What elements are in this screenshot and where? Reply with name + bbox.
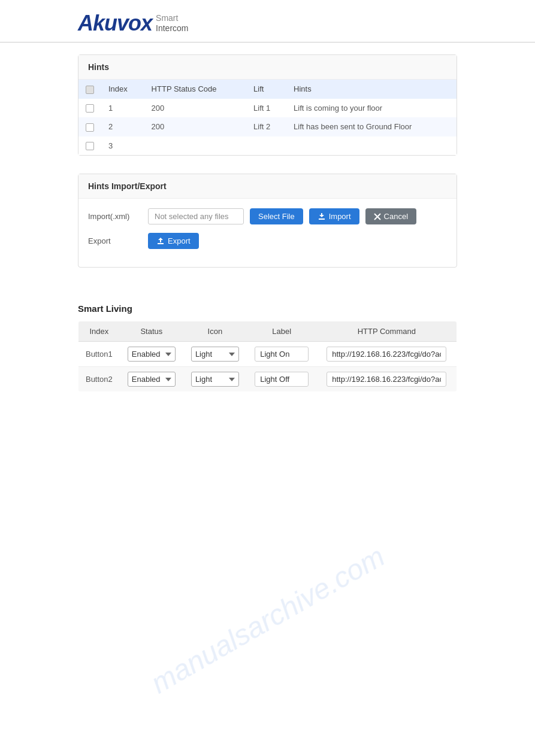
import-export-body: Import(.xml) Not selected any files Sele…: [78, 199, 457, 267]
export-icon: [156, 237, 165, 245]
sl-row-status[interactable]: EnabledDisabled: [120, 342, 183, 367]
smart-living-header-row: Index Status Icon Label HTTP Command: [78, 321, 457, 342]
header-http-status: HTTP Status Code: [144, 80, 246, 99]
header-checkbox-col: [78, 80, 101, 99]
hints-row-index: 1: [101, 99, 144, 118]
hints-table-row: 2 200 Lift 2 Lift has been sent to Groun…: [78, 117, 457, 136]
import-button[interactable]: Import: [309, 208, 359, 224]
cancel-btn-label: Cancel: [384, 212, 408, 221]
sl-status-select[interactable]: EnabledDisabled: [128, 372, 176, 387]
hints-row-hints: [286, 136, 457, 156]
sl-row-icon[interactable]: LightFanACDoor: [183, 367, 247, 392]
sl-row-label[interactable]: [247, 342, 317, 367]
import-export-title: Hints Import/Export: [78, 174, 457, 199]
hints-table-header-row: Index HTTP Status Code Lift Hints: [78, 80, 457, 99]
import-label: Import(.xml): [88, 212, 142, 221]
hints-row-status: 200: [144, 99, 246, 118]
sl-row-http[interactable]: [317, 367, 457, 392]
import-export-section: Hints Import/Export Import(.xml) Not sel…: [78, 174, 457, 268]
sl-header-icon: Icon: [183, 321, 247, 342]
smart-living-title: Smart Living: [78, 303, 457, 314]
sl-label-input[interactable]: [255, 372, 309, 387]
sl-icon-select[interactable]: LightFanACDoor: [191, 347, 239, 362]
sl-header-label: Label: [247, 321, 317, 342]
hints-row-lift: Lift 2: [246, 117, 286, 136]
sl-header-index: Index: [78, 321, 120, 342]
export-btn-label: Export: [168, 236, 191, 245]
hints-row-checkbox[interactable]: [78, 136, 101, 156]
hints-row-lift: Lift 1: [246, 99, 286, 118]
export-label: Export: [88, 236, 142, 245]
import-icon: [318, 212, 326, 221]
header-lift: Lift: [246, 80, 286, 99]
smart-living-section: Smart Living Index Status Icon Label HTT…: [78, 303, 457, 392]
hints-section: Hints Index HTTP Status Code Lift Hints …: [78, 54, 457, 156]
import-row: Import(.xml) Not selected any files Sele…: [88, 208, 447, 224]
sl-row-label[interactable]: [247, 367, 317, 392]
hints-row-hints: Lift has been sent to Ground Floor: [286, 117, 457, 136]
sl-row-http[interactable]: [317, 342, 457, 367]
cancel-icon: [374, 213, 381, 220]
header-checkbox[interactable]: [86, 86, 94, 94]
hints-section-title: Hints: [78, 55, 457, 80]
sl-row-icon[interactable]: LightFanACDoor: [183, 342, 247, 367]
import-btn-label: Import: [329, 212, 351, 221]
hints-table-row: 1 200 Lift 1 Lift is coming to your floo…: [78, 99, 457, 118]
hints-row-lift: [246, 136, 286, 156]
hints-row-status: 200: [144, 117, 246, 136]
header: Akuvox Smart Intercom: [0, 0, 535, 42]
export-row: Export Export: [88, 233, 447, 249]
hints-row-checkbox[interactable]: [78, 117, 101, 136]
smart-living-row: Button2 EnabledDisabled LightFanACDoor: [78, 367, 457, 392]
select-file-button[interactable]: Select File: [250, 208, 303, 224]
sl-label-input[interactable]: [255, 347, 309, 362]
sl-status-select[interactable]: EnabledDisabled: [128, 347, 176, 362]
logo-container: Akuvox Smart Intercom: [78, 11, 457, 36]
hints-row-status: [144, 136, 246, 156]
cancel-button[interactable]: Cancel: [365, 208, 416, 224]
sl-icon-select[interactable]: LightFanACDoor: [191, 372, 239, 387]
logo-smart-intercom: Smart Intercom: [156, 13, 188, 34]
file-placeholder: Not selected any files: [148, 208, 244, 224]
watermark: manualsarchive.com: [145, 540, 390, 700]
smart-living-row: Button1 EnabledDisabled LightFanACDoor: [78, 342, 457, 367]
sl-row-index: Button1: [78, 342, 120, 367]
logo-intercom-text: Intercom: [156, 23, 188, 34]
sl-header-http: HTTP Command: [317, 321, 457, 342]
sl-http-input[interactable]: [327, 347, 446, 362]
hints-row-checkbox[interactable]: [78, 99, 101, 118]
header-index: Index: [101, 80, 144, 99]
hints-row-index: 2: [101, 117, 144, 136]
logo-smart-text: Smart: [156, 13, 188, 23]
logo-akuvox: Akuvox: [78, 11, 152, 36]
sl-row-status[interactable]: EnabledDisabled: [120, 367, 183, 392]
hints-row-hints: Lift is coming to your floor: [286, 99, 457, 118]
hints-table: Index HTTP Status Code Lift Hints 1 200 …: [78, 80, 457, 155]
hints-table-row: 3: [78, 136, 457, 156]
sl-row-index: Button2: [78, 367, 120, 392]
sl-header-status: Status: [120, 321, 183, 342]
header-hints: Hints: [286, 80, 457, 99]
smart-living-table: Index Status Icon Label HTTP Command But…: [78, 321, 457, 392]
main-content: Hints Index HTTP Status Code Lift Hints …: [0, 54, 535, 410]
sl-http-input[interactable]: [327, 372, 446, 387]
hints-row-index: 3: [101, 136, 144, 156]
export-button[interactable]: Export: [148, 233, 199, 249]
